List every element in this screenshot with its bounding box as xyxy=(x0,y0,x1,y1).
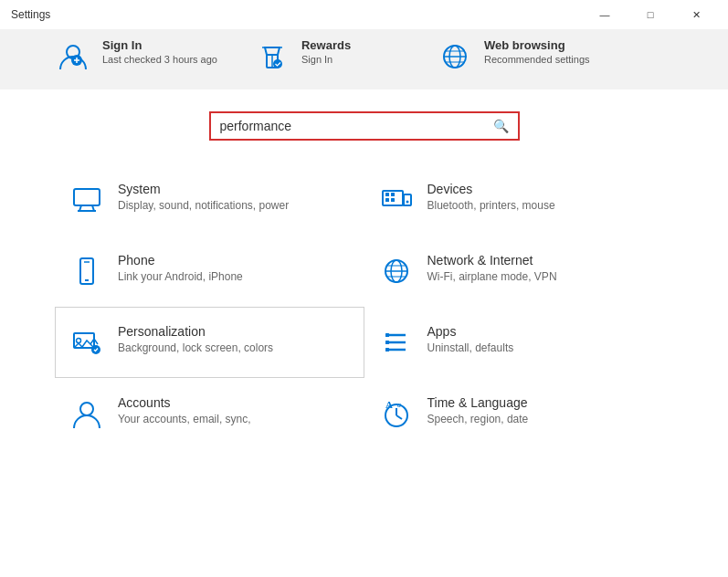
network-icon xyxy=(378,253,415,289)
app-title: Settings xyxy=(11,8,50,21)
svg-rect-16 xyxy=(404,194,411,205)
personalization-subtitle: Background, lock screen, colors xyxy=(118,341,273,356)
top-item-signin-label: Sign In xyxy=(102,38,217,52)
apps-text: Apps Uninstall, defaults xyxy=(427,324,514,356)
devices-subtitle: Bluetooth, printers, mouse xyxy=(427,198,555,214)
devices-icon xyxy=(378,182,415,218)
svg-rect-7 xyxy=(74,189,100,205)
time-text: Time & Language Speech, region, date xyxy=(427,395,529,427)
svg-text:a: a xyxy=(397,401,401,409)
apps-icon xyxy=(378,324,415,361)
phone-subtitle: Link your Android, iPhone xyxy=(118,269,243,285)
network-subtitle: Wi-Fi, airplane mode, VPN xyxy=(427,269,557,285)
system-title: System xyxy=(118,182,289,196)
top-item-webbrowsing-label: Web browsing xyxy=(484,38,590,52)
top-item-rewards-label: Rewards xyxy=(301,38,351,52)
phone-title: Phone xyxy=(118,253,243,268)
search-box[interactable]: 🔍 xyxy=(209,111,520,141)
settings-item-phone[interactable]: Phone Link your Android, iPhone xyxy=(55,236,364,307)
network-text: Network & Internet Wi-Fi, airplane mode,… xyxy=(427,253,557,285)
settings-item-apps[interactable]: Apps Uninstall, defaults xyxy=(364,307,674,378)
system-subtitle: Display, sound, notifications, power xyxy=(118,198,289,214)
top-item-webbrowsing[interactable]: Web browsing Recommended settings xyxy=(437,38,590,75)
svg-text:A: A xyxy=(385,399,393,410)
top-item-signin-sublabel: Last checked 3 hours ago xyxy=(102,54,217,65)
system-icon xyxy=(69,182,105,218)
svg-line-37 xyxy=(396,415,402,419)
top-item-signin-text: Sign In Last checked 3 hours ago xyxy=(102,38,217,65)
svg-rect-13 xyxy=(391,193,395,196)
svg-point-17 xyxy=(406,201,408,204)
system-text: System Display, sound, notifications, po… xyxy=(118,182,289,214)
search-area: 🔍 xyxy=(0,89,728,155)
accounts-text: Accounts Your accounts, email, sync, xyxy=(118,395,251,427)
accounts-subtitle: Your accounts, email, sync, xyxy=(118,412,251,427)
svg-point-3 xyxy=(273,59,282,68)
svg-point-34 xyxy=(80,403,93,415)
svg-rect-12 xyxy=(385,193,389,196)
devices-title: Devices xyxy=(427,182,555,196)
apps-subtitle: Uninstall, defaults xyxy=(427,341,514,356)
svg-rect-32 xyxy=(385,341,389,344)
minimize-button[interactable]: — xyxy=(584,4,626,26)
accounts-title: Accounts xyxy=(118,395,251,410)
time-icon: A a xyxy=(378,395,415,432)
settings-item-accounts[interactable]: Accounts Your accounts, email, sync, xyxy=(55,378,364,449)
search-input[interactable] xyxy=(220,119,493,133)
settings-item-time[interactable]: A a Time & Language Speech, region, date xyxy=(364,378,674,449)
top-item-webbrowsing-text: Web browsing Recommended settings xyxy=(484,38,590,65)
top-item-rewards-sublabel: Sign In xyxy=(301,54,351,65)
svg-point-26 xyxy=(77,339,81,343)
settings-grid: System Display, sound, notifications, po… xyxy=(0,155,728,458)
svg-rect-15 xyxy=(391,198,395,202)
close-button[interactable]: ✕ xyxy=(675,4,717,26)
window-controls: — □ ✕ xyxy=(584,4,717,26)
personalization-text: Personalization Background, lock screen,… xyxy=(118,324,273,356)
personalization-title: Personalization xyxy=(118,324,273,339)
webbrowsing-icon xyxy=(437,38,473,75)
accounts-icon xyxy=(69,395,105,432)
signin-icon xyxy=(55,38,91,75)
time-subtitle: Speech, region, date xyxy=(427,412,529,427)
top-panel: Sign In Last checked 3 hours ago Rewards… xyxy=(0,29,728,89)
time-title: Time & Language xyxy=(427,395,529,410)
search-icon: 🔍 xyxy=(493,119,509,133)
svg-rect-33 xyxy=(385,348,389,351)
phone-icon xyxy=(69,253,105,289)
devices-text: Devices Bluetooth, printers, mouse xyxy=(427,182,555,214)
top-item-signin[interactable]: Sign In Last checked 3 hours ago xyxy=(55,38,217,75)
svg-rect-31 xyxy=(385,333,389,337)
settings-item-devices[interactable]: Devices Bluetooth, printers, mouse xyxy=(364,164,674,236)
titlebar: Settings — □ ✕ xyxy=(0,0,728,29)
settings-item-network[interactable]: Network & Internet Wi-Fi, airplane mode,… xyxy=(364,236,674,307)
apps-title: Apps xyxy=(427,324,514,339)
phone-text: Phone Link your Android, iPhone xyxy=(118,253,243,285)
settings-item-personalization[interactable]: Personalization Background, lock screen,… xyxy=(55,307,364,378)
personalization-icon xyxy=(69,324,105,361)
top-item-webbrowsing-sublabel: Recommended settings xyxy=(484,54,590,65)
top-item-rewards[interactable]: Rewards Sign In xyxy=(254,38,400,75)
svg-rect-14 xyxy=(385,198,389,202)
top-item-rewards-text: Rewards Sign In xyxy=(301,38,351,65)
rewards-icon xyxy=(254,38,290,75)
maximize-button[interactable]: □ xyxy=(629,4,671,26)
network-title: Network & Internet xyxy=(427,253,557,268)
settings-item-system[interactable]: System Display, sound, notifications, po… xyxy=(55,164,364,236)
